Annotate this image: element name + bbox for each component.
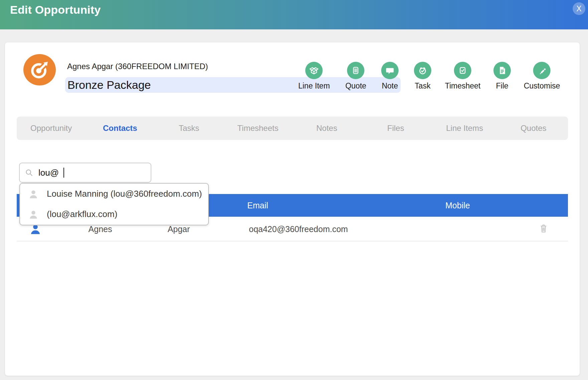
person-icon — [27, 208, 39, 220]
close-icon: X — [576, 4, 581, 13]
action-label: Timesheet — [445, 81, 481, 90]
search-query-text: lou@ — [38, 168, 59, 178]
pencil-icon — [533, 62, 551, 79]
suggestion-label: Louise Manning (lou@360freedom.com) — [47, 189, 202, 199]
file-button[interactable]: File — [493, 62, 511, 90]
target-icon — [23, 54, 56, 85]
checkbox-icon — [454, 62, 471, 79]
action-label: Quote — [345, 81, 366, 90]
trash-icon — [537, 222, 550, 235]
action-label: File — [496, 81, 508, 90]
stopwatch-check-icon — [414, 62, 431, 79]
line-item-button[interactable]: Line Item — [298, 62, 330, 90]
email-cell: oqa420@360freedom.com — [249, 217, 348, 241]
timesheet-button[interactable]: Timesheet — [445, 62, 481, 90]
contact-search-input[interactable]: lou@ — [19, 163, 151, 183]
customise-button[interactable]: Customise — [524, 62, 560, 90]
tab-opportunity[interactable]: Opportunity — [17, 117, 86, 140]
document-icon — [493, 62, 511, 79]
tab-line-items[interactable]: Line Items — [430, 117, 499, 140]
suggestion-label: (lou@arkflux.com) — [47, 209, 117, 219]
tab-timesheets[interactable]: Timesheets — [224, 117, 292, 140]
contact-suggestions-dropdown: Louise Manning (lou@360freedom.com) (lou… — [19, 183, 209, 225]
modal-title: Edit Opportunity — [10, 3, 101, 16]
opportunity-name-field[interactable]: Bronze Package — [67, 77, 151, 93]
note-button[interactable]: Note — [381, 62, 399, 90]
quote-button[interactable]: Quote — [345, 62, 366, 90]
tab-notes[interactable]: Notes — [292, 117, 361, 140]
search-icon — [24, 168, 34, 177]
modal-header: Edit Opportunity X — [0, 0, 588, 29]
mobile-column-header: Mobile — [445, 194, 470, 217]
opportunity-card: Agnes Apgar (360FREEDOM LIMITED) Bronze … — [5, 42, 580, 376]
email-column-header: Email — [247, 194, 268, 217]
box-icon — [305, 62, 323, 79]
tab-quotes[interactable]: Quotes — [499, 117, 568, 140]
tab-bar: Opportunity Contacts Tasks Timesheets No… — [17, 117, 568, 140]
action-label: Line Item — [298, 81, 330, 90]
quote-document-icon — [347, 62, 364, 79]
action-label: Note — [382, 81, 398, 90]
tab-contacts[interactable]: Contacts — [86, 117, 154, 140]
suggestion-item[interactable]: (lou@arkflux.com) — [20, 204, 208, 224]
text-caret — [63, 168, 64, 178]
delete-contact-button[interactable] — [537, 222, 550, 235]
tab-files[interactable]: Files — [361, 117, 430, 140]
tab-tasks[interactable]: Tasks — [155, 117, 224, 140]
close-button[interactable]: X — [573, 2, 585, 15]
task-button[interactable]: Task — [414, 62, 431, 90]
record-subtitle: Agnes Apgar (360FREEDOM LIMITED) — [67, 62, 208, 71]
action-label: Task — [415, 81, 430, 90]
action-label: Customise — [524, 81, 560, 90]
person-icon — [27, 188, 39, 200]
speech-bubble-icon — [381, 62, 399, 79]
suggestion-item[interactable]: Louise Manning (lou@360freedom.com) — [20, 184, 208, 204]
